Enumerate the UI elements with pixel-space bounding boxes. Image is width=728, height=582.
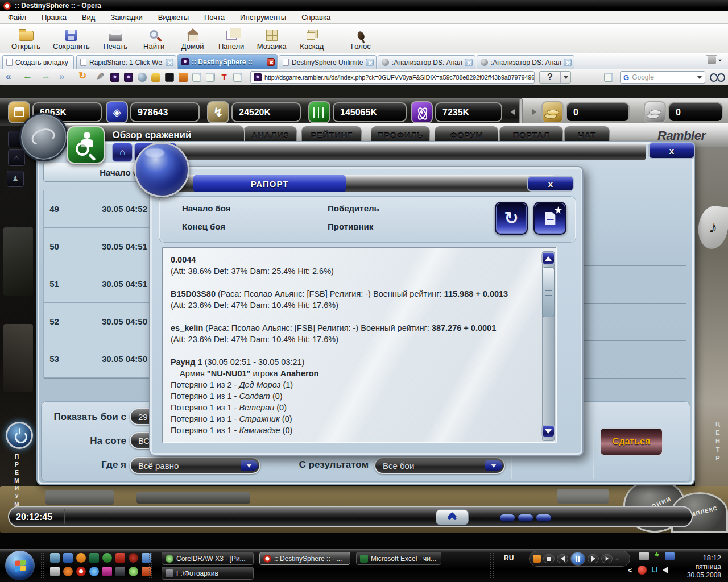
print-button[interactable]: Печать	[102, 26, 129, 51]
where-dropdown[interactable]: Всё равно	[130, 457, 260, 474]
taskbar-button-coreldraw[interactable]: CorelDRAW X3 - [Ри...	[162, 552, 254, 565]
window-switcher-icon[interactable]	[63, 553, 73, 563]
bookmark-page-star-icon[interactable]	[206, 73, 215, 82]
resbar-arrow-left-icon[interactable]	[511, 109, 515, 115]
sidebar-building-icon[interactable]: ⌂	[8, 149, 25, 166]
menu-widgets[interactable]: Виджеты	[158, 13, 189, 22]
tab-ds-unlimited[interactable]: DestinySphere Unlimite...	[279, 55, 377, 69]
status-pill[interactable]	[499, 514, 515, 522]
smiley-tray-icon[interactable]	[638, 566, 647, 575]
sidebar-people-icon[interactable]: ♟	[7, 171, 24, 187]
status-pill[interactable]	[518, 514, 533, 522]
voice-button[interactable]: Голос	[348, 26, 374, 51]
panels-button[interactable]: Панели	[218, 26, 245, 51]
result-dropdown[interactable]: Все бои	[374, 457, 505, 474]
app-s-icon[interactable]	[50, 567, 60, 576]
search-field[interactable]: G Google	[620, 71, 705, 84]
previous-button[interactable]	[557, 554, 568, 563]
show-desktop-icon[interactable]	[50, 553, 60, 563]
back-button[interactable]: ←	[23, 70, 32, 82]
bookmark-page-star-icon[interactable]	[192, 73, 201, 82]
language-indicator[interactable]: RU	[504, 554, 514, 562]
tab-close-icon[interactable]	[465, 59, 473, 66]
reload-button[interactable]: ↻	[78, 70, 86, 82]
media-player-icon[interactable]	[76, 553, 86, 563]
internet-explorer-icon[interactable]	[89, 567, 99, 576]
find-button[interactable]: Найти	[141, 26, 167, 51]
bookmark-page-star-icon[interactable]	[233, 73, 242, 82]
volume-button[interactable]	[601, 554, 613, 563]
cascade-button[interactable]: Каскад	[299, 26, 325, 51]
coreldraw-icon[interactable]	[102, 553, 112, 563]
tab-analyzer-2[interactable]: :Анализатор DS: Анал...	[477, 55, 574, 69]
collapse-tray-icon[interactable]: <	[628, 566, 632, 575]
volume-tray-icon[interactable]	[663, 567, 668, 573]
dialog-close-button[interactable]: x	[527, 176, 574, 192]
tab-rapidshare[interactable]: RapidShare: 1-Click We...	[76, 55, 176, 69]
tile-button[interactable]: Мозаика	[257, 26, 287, 51]
menu-bookmarks[interactable]: Закладки	[110, 13, 142, 22]
taskbar-button-destinysphere[interactable]: :: DestinySphere :: - ...	[259, 552, 350, 565]
menu-view[interactable]: Вид	[82, 13, 96, 22]
app-orange-icon[interactable]	[63, 567, 73, 576]
icq-flower-tray-icon[interactable]: *	[655, 552, 659, 560]
expand-panel-button[interactable]	[436, 509, 469, 525]
app-red-icon[interactable]	[129, 553, 138, 563]
tray-clock[interactable]: 18:12 пятница 30.05.2008	[678, 550, 727, 582]
expand-icon[interactable]	[615, 558, 619, 560]
menu-help[interactable]: Справка	[301, 13, 330, 22]
report-scroll-up-button[interactable]	[541, 252, 555, 265]
bookmark-ds-icon[interactable]	[110, 73, 119, 82]
bookmark-t-icon[interactable]: T	[220, 72, 229, 81]
bookmark-lamp-icon[interactable]	[151, 73, 160, 82]
add-bookmark-icon[interactable]	[604, 73, 613, 82]
open-button[interactable]: Открыть	[11, 26, 40, 51]
url-field[interactable]: http://dsgame.rambler.ru/ds/index.php?ck…	[250, 71, 535, 84]
tab-close-icon[interactable]	[366, 59, 374, 66]
tab-close-icon[interactable]	[564, 59, 572, 66]
opera-icon[interactable]	[76, 567, 86, 576]
bookmark-kvb-icon[interactable]	[165, 73, 174, 82]
tab-destinysphere-active[interactable]: :: DestinySphere ::	[177, 54, 278, 69]
photoshop-icon[interactable]	[115, 567, 125, 576]
home-button[interactable]: Домой	[180, 26, 206, 51]
new-report-button[interactable]	[533, 202, 566, 235]
bookmark-pi-icon[interactable]	[179, 73, 188, 82]
bookmark-ds-icon[interactable]	[124, 73, 133, 82]
forward-button[interactable]: →	[41, 70, 51, 82]
save-button[interactable]: Сохранить	[53, 26, 90, 51]
menu-edit[interactable]: Правка	[42, 13, 67, 22]
report-scroll-down-button[interactable]	[541, 425, 555, 438]
toolbox-icon[interactable]	[115, 553, 125, 563]
edit-page-button[interactable]: ✎	[94, 72, 105, 80]
network-tray-icon[interactable]	[665, 552, 675, 560]
battle-overview-icon[interactable]	[67, 126, 105, 164]
help-button[interactable]: ?	[539, 71, 571, 84]
onenote-icon[interactable]	[89, 553, 99, 563]
photopaint-icon[interactable]	[102, 567, 112, 576]
fast-forward-button[interactable]: »	[59, 71, 64, 82]
printer-tray-icon[interactable]	[639, 552, 649, 560]
resbar-arrow-right-icon[interactable]	[532, 109, 536, 115]
menu-tools[interactable]: Инструменты	[240, 13, 286, 22]
next-button[interactable]	[588, 554, 599, 563]
li-tray-icon[interactable]: Li	[652, 566, 658, 574]
mini-button-1[interactable]: ⌂	[112, 143, 133, 162]
new-tab-button[interactable]: Создать вкладку	[2, 55, 74, 69]
tab-close-icon[interactable]	[166, 59, 173, 66]
closed-tabs-trash-button[interactable]	[708, 56, 722, 64]
panel-close-button[interactable]: x	[648, 142, 695, 159]
taskbar-button-excel[interactable]: Microsoft Excel - чи...	[356, 552, 441, 565]
stop-button[interactable]	[543, 554, 555, 563]
pause-button[interactable]	[570, 552, 585, 566]
rewind-button[interactable]: «	[6, 71, 11, 82]
menu-mail[interactable]: Почта	[204, 13, 225, 22]
power-button[interactable]	[6, 422, 33, 449]
tab-close-icon[interactable]	[267, 58, 275, 66]
refresh-report-button[interactable]: ↻	[495, 202, 528, 235]
tab-analyzer-1[interactable]: :Анализатор DS: Анал...	[378, 55, 475, 69]
icq-flower-icon[interactable]	[129, 567, 138, 576]
colony-emblem-icon[interactable]	[19, 113, 68, 161]
report-scrollbar-handle[interactable]	[542, 267, 555, 317]
surrender-button[interactable]: Сдаться	[599, 427, 663, 456]
